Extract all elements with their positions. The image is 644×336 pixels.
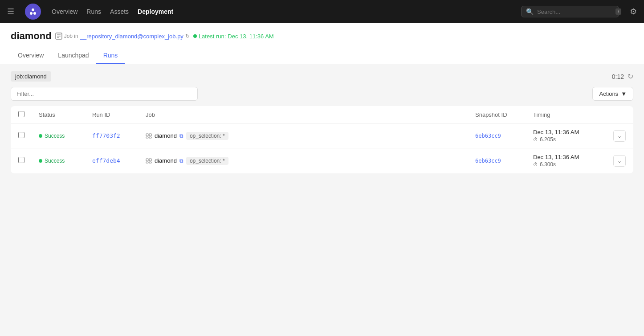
search-input[interactable]	[537, 8, 612, 15]
tab-bar: Overview Launchpad Runs	[11, 47, 633, 64]
filter-input[interactable]	[11, 87, 198, 101]
op-tag: op_selection: *	[186, 157, 228, 165]
main-content: job:diamond 0:12 ↻ Actions ▼ Status Run …	[0, 64, 644, 324]
job-icon	[146, 133, 152, 139]
job-name: diamond	[155, 157, 177, 164]
nav-runs[interactable]: Runs	[86, 8, 101, 15]
tab-overview[interactable]: Overview	[11, 47, 51, 64]
tab-launchpad[interactable]: Launchpad	[51, 47, 96, 64]
op-tag: op_selection: *	[186, 132, 228, 140]
timing-duration: ⏱ 6.300s	[533, 161, 599, 168]
job-in-text: Job in	[64, 33, 78, 39]
svg-rect-10	[146, 137, 148, 138]
svg-point-3	[33, 12, 36, 15]
latest-run-time: Dec 13, 11:36 AM	[228, 33, 273, 40]
status-text: Success	[45, 133, 65, 139]
col-status: Status	[32, 107, 85, 123]
row-checkbox[interactable]	[18, 132, 24, 138]
job-link[interactable]: __repository_diamond@complex_job.py	[80, 33, 183, 40]
status-badge: Success	[39, 133, 65, 139]
table-row: Success eff7deb4 diamond	[11, 148, 633, 173]
search-shortcut: /	[615, 8, 621, 15]
svg-rect-14	[146, 162, 148, 163]
col-runid: Run ID	[85, 107, 139, 123]
search-bar[interactable]: 🔍 /	[521, 6, 619, 17]
col-job: Job	[139, 107, 468, 123]
actions-button[interactable]: Actions ▼	[592, 87, 633, 101]
status-badge: Success	[39, 158, 65, 164]
chevron-down-icon: ▼	[621, 90, 627, 97]
svg-rect-12	[146, 159, 148, 161]
row-expand-button[interactable]: ⌄	[613, 155, 626, 167]
job-icon	[146, 158, 152, 164]
search-icon: 🔍	[526, 8, 534, 15]
clock-icon: ⏱	[533, 162, 538, 167]
nav-links: Overview Runs Assets Deployment	[52, 8, 510, 15]
external-link-icon[interactable]: ⧉	[179, 133, 183, 139]
page-title: diamond	[11, 30, 52, 42]
duration-value: 6.205s	[540, 136, 556, 143]
runs-table: Status Run ID Job Snapshot ID Timing Suc…	[11, 106, 633, 173]
timing-date: Dec 13, 11:36 AM	[533, 129, 599, 135]
refresh-icon[interactable]: ↻	[185, 33, 190, 39]
job-cell: diamond ⧉ op_selection: *	[146, 157, 461, 165]
status-dot	[39, 159, 42, 163]
table-row: Success ff7703f2 diamond	[11, 123, 633, 148]
timing-duration: ⏱ 6.205s	[533, 136, 599, 143]
external-link-icon[interactable]: ⧉	[179, 158, 183, 164]
hamburger-menu[interactable]: ☰	[7, 7, 14, 16]
svg-point-2	[30, 12, 33, 15]
run-timer: 0:12 ↻	[612, 72, 633, 81]
job-icon	[55, 33, 62, 40]
status-text: Success	[45, 158, 65, 164]
job-name: diamond	[155, 132, 177, 139]
breadcrumb: diamond Job in __repository_diamond@comp…	[11, 30, 633, 42]
select-all-checkbox[interactable]	[18, 111, 24, 117]
svg-rect-9	[149, 134, 151, 136]
svg-rect-11	[149, 137, 151, 138]
row-expand-button[interactable]: ⌄	[613, 130, 626, 142]
job-cell: diamond ⧉ op_selection: *	[146, 132, 461, 140]
latest-run-badge: Latest run: Dec 13, 11:36 AM	[193, 33, 274, 40]
svg-point-1	[32, 8, 34, 11]
run-controls-row: job:diamond 0:12 ↻	[11, 71, 633, 82]
app-logo	[25, 4, 41, 20]
snapshot-id-link[interactable]: 6eb63cc9	[475, 158, 501, 164]
page-header: diamond Job in __repository_diamond@comp…	[0, 23, 644, 64]
nav-deployment[interactable]: Deployment	[138, 8, 173, 15]
settings-icon[interactable]: ⚙	[630, 7, 637, 16]
svg-rect-15	[149, 162, 151, 163]
duration-value: 6.300s	[540, 161, 556, 168]
col-snapshot: Snapshot ID	[468, 107, 526, 123]
job-in-label: Job in __repository_diamond@complex_job.…	[55, 33, 190, 40]
run-id-link[interactable]: eff7deb4	[92, 157, 120, 164]
clock-icon: ⏱	[533, 137, 538, 142]
svg-rect-8	[146, 134, 148, 136]
svg-rect-13	[149, 159, 151, 161]
snapshot-id-link[interactable]: 6eb63cc9	[475, 133, 501, 139]
timing-cell: Dec 13, 11:36 AM ⏱ 6.205s	[533, 129, 599, 143]
tab-runs[interactable]: Runs	[96, 47, 125, 64]
job-tag: job:diamond	[11, 71, 51, 82]
status-dot	[39, 134, 42, 138]
timing-date: Dec 13, 11:36 AM	[533, 154, 599, 160]
filter-bar: Actions ▼	[11, 87, 633, 101]
nav-assets[interactable]: Assets	[110, 8, 129, 15]
col-timing: Timing	[526, 107, 606, 123]
timing-cell: Dec 13, 11:36 AM ⏱ 6.300s	[533, 154, 599, 168]
status-dot	[193, 34, 197, 38]
table-header: Status Run ID Job Snapshot ID Timing	[11, 107, 633, 123]
timer-refresh-button[interactable]: ↻	[628, 72, 633, 81]
actions-label: Actions	[599, 90, 618, 97]
table-body: Success ff7703f2 diamond	[11, 123, 633, 173]
row-checkbox[interactable]	[18, 157, 24, 163]
timer-value: 0:12	[612, 73, 624, 80]
run-id-link[interactable]: ff7703f2	[92, 132, 120, 139]
latest-run-label: Latest run:	[199, 33, 226, 40]
top-navigation: ☰ Overview Runs Assets Deployment 🔍 / ⚙	[0, 0, 644, 23]
nav-overview[interactable]: Overview	[52, 8, 77, 15]
